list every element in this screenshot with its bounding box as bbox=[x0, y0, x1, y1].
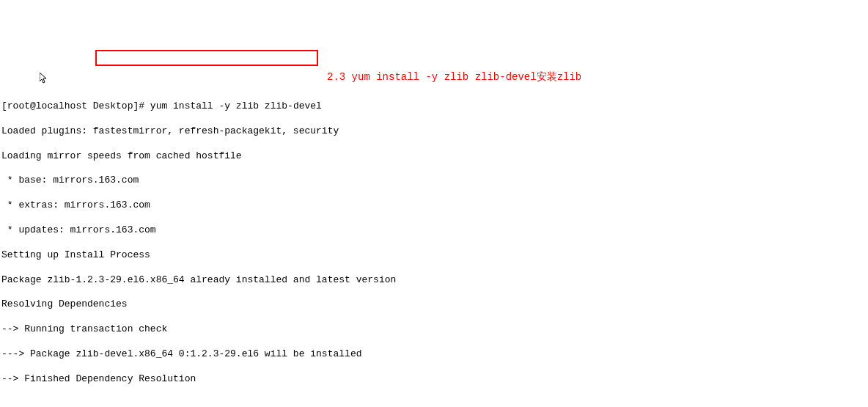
output-line: Package zlib-1.2.3-29.el6.x86_64 already… bbox=[0, 274, 868, 287]
output-line: ---> Package zlib-devel.x86_64 0:1.2.3-2… bbox=[0, 348, 868, 361]
output-line: Resolving Dependencies bbox=[0, 298, 868, 311]
output-line: Loading mirror speeds from cached hostfi… bbox=[0, 150, 868, 163]
output-line: Loaded plugins: fastestmirror, refresh-p… bbox=[0, 125, 868, 138]
prompt-line: [root@localhost Desktop]# yum install -y… bbox=[0, 100, 868, 113]
prompt-prefix: [root@localhost Desktop]# bbox=[1, 100, 144, 111]
output-line: * base: mirrors.163.com bbox=[0, 175, 868, 187]
output-line: * updates: mirrors.163.com bbox=[0, 224, 868, 237]
annotation-text: 2.3 yum install -y zlib zlib-devel安装zlib bbox=[327, 70, 581, 84]
cursor-icon bbox=[40, 62, 50, 89]
terminal-output: 2.3 yum install -y zlib zlib-devel安装zlib… bbox=[0, 50, 868, 407]
output-line: * extras: mirrors.163.com bbox=[0, 199, 868, 212]
output-line: Setting up Install Process bbox=[0, 249, 868, 262]
output-line: --> Finished Dependency Resolution bbox=[0, 373, 868, 386]
command-text: yum install -y zlib zlib-devel bbox=[144, 100, 322, 111]
command-highlight-box bbox=[95, 50, 318, 66]
output-line: --> Running transaction check bbox=[0, 323, 868, 336]
